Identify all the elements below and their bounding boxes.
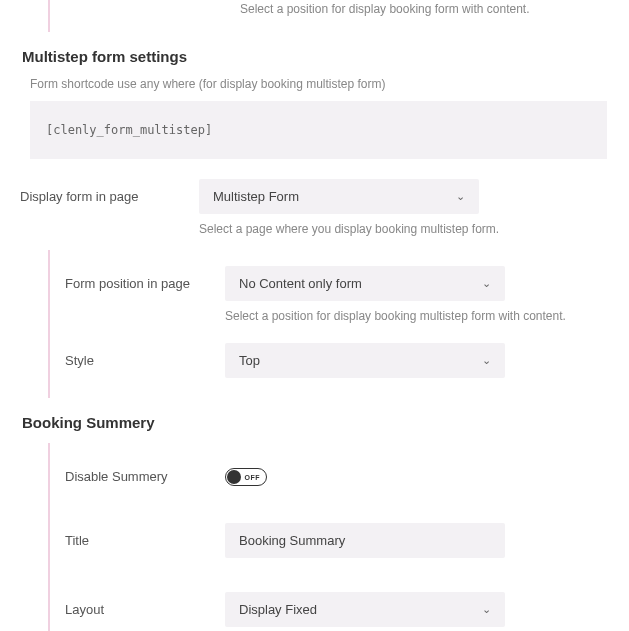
style-label: Style <box>65 343 225 368</box>
display-page-value: Multistep Form <box>213 189 299 204</box>
multistep-heading: Multistep form settings <box>22 48 629 65</box>
style-value: Top <box>239 353 260 368</box>
title-label: Title <box>65 523 225 548</box>
shortcode-box: [clenly_form_multistep] <box>30 101 607 159</box>
toggle-state: OFF <box>245 474 261 481</box>
form-position-label: Form position in page <box>65 266 225 291</box>
layout-select[interactable]: Display Fixed ⌄ <box>225 592 505 627</box>
title-input[interactable] <box>225 523 505 558</box>
booking-summary-heading: Booking Summery <box>22 414 629 431</box>
chevron-down-icon: ⌄ <box>482 277 491 290</box>
style-select[interactable]: Top ⌄ <box>225 343 505 378</box>
display-page-label: Display form in page <box>20 179 199 204</box>
disable-summary-toggle[interactable]: OFF <box>225 468 267 486</box>
chevron-down-icon: ⌄ <box>456 190 465 203</box>
display-page-hint: Select a page where you display booking … <box>199 222 629 236</box>
display-page-select[interactable]: Multistep Form ⌄ <box>199 179 479 214</box>
form-position-hint: Select a position for display booking mu… <box>225 309 629 323</box>
chevron-down-icon: ⌄ <box>482 603 491 616</box>
form-position-value: No Content only form <box>239 276 362 291</box>
prev-position-hint: Select a position for display booking fo… <box>240 0 629 26</box>
layout-label: Layout <box>65 592 225 617</box>
shortcode-note: Form shortcode use any where (for displa… <box>30 77 629 91</box>
disable-summary-label: Disable Summery <box>65 459 225 484</box>
toggle-knob <box>227 470 241 484</box>
form-position-select[interactable]: No Content only form ⌄ <box>225 266 505 301</box>
layout-value: Display Fixed <box>239 602 317 617</box>
shortcode-text: [clenly_form_multistep] <box>46 123 212 137</box>
chevron-down-icon: ⌄ <box>482 354 491 367</box>
